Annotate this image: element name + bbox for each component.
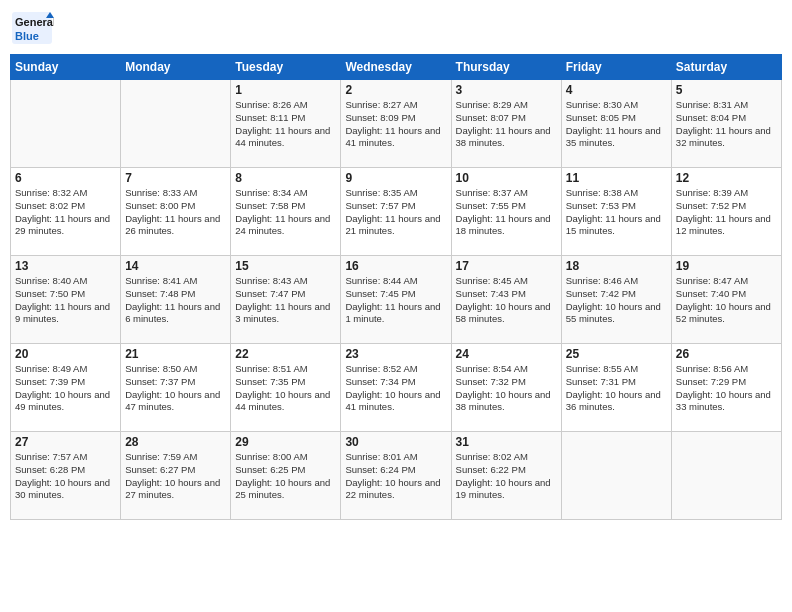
day-info: Sunrise: 8:37 AMSunset: 7:55 PMDaylight:…: [456, 187, 557, 238]
weekday-header-row: SundayMondayTuesdayWednesdayThursdayFrid…: [11, 55, 782, 80]
day-info: Sunrise: 7:59 AMSunset: 6:27 PMDaylight:…: [125, 451, 226, 502]
weekday-header-monday: Monday: [121, 55, 231, 80]
day-info: Sunrise: 8:00 AMSunset: 6:25 PMDaylight:…: [235, 451, 336, 502]
calendar-cell: 21Sunrise: 8:50 AMSunset: 7:37 PMDayligh…: [121, 344, 231, 432]
day-info: Sunrise: 8:27 AMSunset: 8:09 PMDaylight:…: [345, 99, 446, 150]
day-number: 30: [345, 435, 446, 449]
day-number: 5: [676, 83, 777, 97]
calendar-cell: 3Sunrise: 8:29 AMSunset: 8:07 PMDaylight…: [451, 80, 561, 168]
day-info: Sunrise: 8:33 AMSunset: 8:00 PMDaylight:…: [125, 187, 226, 238]
calendar-cell: [121, 80, 231, 168]
day-info: Sunrise: 8:43 AMSunset: 7:47 PMDaylight:…: [235, 275, 336, 326]
calendar-cell: [671, 432, 781, 520]
calendar-cell: 25Sunrise: 8:55 AMSunset: 7:31 PMDayligh…: [561, 344, 671, 432]
calendar-cell: 19Sunrise: 8:47 AMSunset: 7:40 PMDayligh…: [671, 256, 781, 344]
calendar-cell: 1Sunrise: 8:26 AMSunset: 8:11 PMDaylight…: [231, 80, 341, 168]
day-info: Sunrise: 8:39 AMSunset: 7:52 PMDaylight:…: [676, 187, 777, 238]
calendar-cell: 27Sunrise: 7:57 AMSunset: 6:28 PMDayligh…: [11, 432, 121, 520]
day-info: Sunrise: 8:29 AMSunset: 8:07 PMDaylight:…: [456, 99, 557, 150]
calendar-cell: 28Sunrise: 7:59 AMSunset: 6:27 PMDayligh…: [121, 432, 231, 520]
calendar-cell: 23Sunrise: 8:52 AMSunset: 7:34 PMDayligh…: [341, 344, 451, 432]
day-number: 17: [456, 259, 557, 273]
calendar-week-3: 13Sunrise: 8:40 AMSunset: 7:50 PMDayligh…: [11, 256, 782, 344]
calendar-cell: 24Sunrise: 8:54 AMSunset: 7:32 PMDayligh…: [451, 344, 561, 432]
day-info: Sunrise: 8:55 AMSunset: 7:31 PMDaylight:…: [566, 363, 667, 414]
logo-icon: General Blue: [10, 10, 54, 46]
day-info: Sunrise: 8:26 AMSunset: 8:11 PMDaylight:…: [235, 99, 336, 150]
day-number: 24: [456, 347, 557, 361]
day-info: Sunrise: 8:34 AMSunset: 7:58 PMDaylight:…: [235, 187, 336, 238]
day-info: Sunrise: 7:57 AMSunset: 6:28 PMDaylight:…: [15, 451, 116, 502]
day-number: 27: [15, 435, 116, 449]
calendar-cell: 22Sunrise: 8:51 AMSunset: 7:35 PMDayligh…: [231, 344, 341, 432]
day-info: Sunrise: 8:31 AMSunset: 8:04 PMDaylight:…: [676, 99, 777, 150]
day-info: Sunrise: 8:35 AMSunset: 7:57 PMDaylight:…: [345, 187, 446, 238]
day-number: 10: [456, 171, 557, 185]
day-info: Sunrise: 8:41 AMSunset: 7:48 PMDaylight:…: [125, 275, 226, 326]
day-info: Sunrise: 8:49 AMSunset: 7:39 PMDaylight:…: [15, 363, 116, 414]
page-container: General Blue SundayMondayTuesdayWednesda…: [0, 0, 792, 525]
calendar-cell: 16Sunrise: 8:44 AMSunset: 7:45 PMDayligh…: [341, 256, 451, 344]
calendar-cell: 15Sunrise: 8:43 AMSunset: 7:47 PMDayligh…: [231, 256, 341, 344]
calendar-cell: 5Sunrise: 8:31 AMSunset: 8:04 PMDaylight…: [671, 80, 781, 168]
day-number: 15: [235, 259, 336, 273]
calendar-cell: 13Sunrise: 8:40 AMSunset: 7:50 PMDayligh…: [11, 256, 121, 344]
header: General Blue: [10, 10, 782, 46]
day-number: 1: [235, 83, 336, 97]
day-number: 13: [15, 259, 116, 273]
day-info: Sunrise: 8:38 AMSunset: 7:53 PMDaylight:…: [566, 187, 667, 238]
calendar-cell: 29Sunrise: 8:00 AMSunset: 6:25 PMDayligh…: [231, 432, 341, 520]
calendar-cell: 26Sunrise: 8:56 AMSunset: 7:29 PMDayligh…: [671, 344, 781, 432]
weekday-header-thursday: Thursday: [451, 55, 561, 80]
calendar-cell: 30Sunrise: 8:01 AMSunset: 6:24 PMDayligh…: [341, 432, 451, 520]
calendar-cell: 6Sunrise: 8:32 AMSunset: 8:02 PMDaylight…: [11, 168, 121, 256]
day-number: 18: [566, 259, 667, 273]
calendar-cell: 11Sunrise: 8:38 AMSunset: 7:53 PMDayligh…: [561, 168, 671, 256]
day-info: Sunrise: 8:52 AMSunset: 7:34 PMDaylight:…: [345, 363, 446, 414]
logo: General Blue: [10, 10, 54, 46]
day-info: Sunrise: 8:02 AMSunset: 6:22 PMDaylight:…: [456, 451, 557, 502]
calendar-week-5: 27Sunrise: 7:57 AMSunset: 6:28 PMDayligh…: [11, 432, 782, 520]
day-number: 14: [125, 259, 226, 273]
day-number: 21: [125, 347, 226, 361]
calendar-cell: 4Sunrise: 8:30 AMSunset: 8:05 PMDaylight…: [561, 80, 671, 168]
day-info: Sunrise: 8:50 AMSunset: 7:37 PMDaylight:…: [125, 363, 226, 414]
day-number: 20: [15, 347, 116, 361]
day-number: 28: [125, 435, 226, 449]
svg-text:Blue: Blue: [15, 30, 39, 42]
calendar-week-1: 1Sunrise: 8:26 AMSunset: 8:11 PMDaylight…: [11, 80, 782, 168]
day-number: 7: [125, 171, 226, 185]
calendar-cell: 18Sunrise: 8:46 AMSunset: 7:42 PMDayligh…: [561, 256, 671, 344]
day-info: Sunrise: 8:47 AMSunset: 7:40 PMDaylight:…: [676, 275, 777, 326]
day-info: Sunrise: 8:32 AMSunset: 8:02 PMDaylight:…: [15, 187, 116, 238]
calendar-cell: 10Sunrise: 8:37 AMSunset: 7:55 PMDayligh…: [451, 168, 561, 256]
day-number: 16: [345, 259, 446, 273]
day-info: Sunrise: 8:54 AMSunset: 7:32 PMDaylight:…: [456, 363, 557, 414]
day-number: 26: [676, 347, 777, 361]
day-number: 6: [15, 171, 116, 185]
calendar-cell: 20Sunrise: 8:49 AMSunset: 7:39 PMDayligh…: [11, 344, 121, 432]
day-number: 9: [345, 171, 446, 185]
day-number: 8: [235, 171, 336, 185]
weekday-header-sunday: Sunday: [11, 55, 121, 80]
weekday-header-saturday: Saturday: [671, 55, 781, 80]
day-number: 22: [235, 347, 336, 361]
calendar-week-2: 6Sunrise: 8:32 AMSunset: 8:02 PMDaylight…: [11, 168, 782, 256]
day-number: 12: [676, 171, 777, 185]
calendar-cell: 12Sunrise: 8:39 AMSunset: 7:52 PMDayligh…: [671, 168, 781, 256]
weekday-header-tuesday: Tuesday: [231, 55, 341, 80]
day-info: Sunrise: 8:46 AMSunset: 7:42 PMDaylight:…: [566, 275, 667, 326]
day-info: Sunrise: 8:40 AMSunset: 7:50 PMDaylight:…: [15, 275, 116, 326]
day-info: Sunrise: 8:51 AMSunset: 7:35 PMDaylight:…: [235, 363, 336, 414]
calendar-table: SundayMondayTuesdayWednesdayThursdayFrid…: [10, 54, 782, 520]
calendar-cell: 2Sunrise: 8:27 AMSunset: 8:09 PMDaylight…: [341, 80, 451, 168]
calendar-cell: 7Sunrise: 8:33 AMSunset: 8:00 PMDaylight…: [121, 168, 231, 256]
day-number: 11: [566, 171, 667, 185]
calendar-cell: 31Sunrise: 8:02 AMSunset: 6:22 PMDayligh…: [451, 432, 561, 520]
day-number: 23: [345, 347, 446, 361]
day-number: 25: [566, 347, 667, 361]
day-number: 2: [345, 83, 446, 97]
calendar-week-4: 20Sunrise: 8:49 AMSunset: 7:39 PMDayligh…: [11, 344, 782, 432]
calendar-cell: [11, 80, 121, 168]
day-info: Sunrise: 8:30 AMSunset: 8:05 PMDaylight:…: [566, 99, 667, 150]
